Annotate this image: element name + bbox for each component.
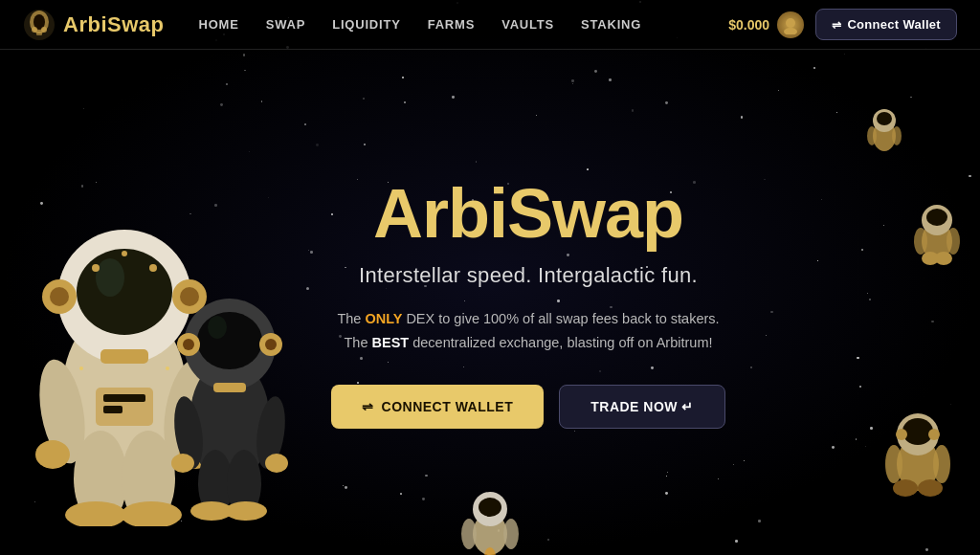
hero-trade-now-button[interactable]: TRADE NOW ↵ <box>559 385 725 429</box>
svg-rect-26 <box>103 406 122 413</box>
avatar-icon <box>781 15 800 34</box>
svg-point-53 <box>867 126 877 145</box>
svg-point-73 <box>479 498 501 517</box>
svg-point-10 <box>77 249 172 335</box>
hero-subtitle: Interstellar speed. Intergalactic fun. <box>331 263 725 288</box>
svg-point-44 <box>171 454 194 473</box>
nav-link-staking[interactable]: STAKING <box>581 17 641 32</box>
svg-point-65 <box>896 429 907 440</box>
svg-point-61 <box>935 252 952 265</box>
svg-point-6 <box>786 18 795 28</box>
svg-point-69 <box>893 479 918 497</box>
connect-wallet-label: Connect Wallet <box>847 17 941 32</box>
desc-highlight-best: BEST <box>372 335 410 350</box>
navbar: ArbiSwap HOME SWAP LIQUIDITY FARMS VAULT… <box>0 0 980 50</box>
svg-point-59 <box>947 228 960 255</box>
nav-link-swap[interactable]: SWAP <box>266 17 305 32</box>
logo-icon <box>23 9 56 41</box>
nav-balance: $0.000 <box>728 11 804 38</box>
svg-point-14 <box>122 251 127 256</box>
svg-point-22 <box>35 440 70 469</box>
nav-logo[interactable]: ArbiSwap <box>23 9 164 41</box>
brand-name: ArbiSwap <box>63 12 164 37</box>
connect-wallet-main-label: CONNECT WALLET <box>382 399 514 414</box>
hero-desc-line1: The ONLY DEX to give 100% of all swap fe… <box>331 307 725 331</box>
svg-point-7 <box>784 28 797 34</box>
desc-highlight-only: ONLY <box>365 311 402 326</box>
svg-point-11 <box>96 258 124 297</box>
nav-right: $0.000 ⇌ Connect Wallet <box>728 9 957 40</box>
nav-links: HOME SWAP LIQUIDITY FARMS VAULTS STAKING <box>198 17 728 32</box>
balance-amount: $0.000 <box>728 17 769 33</box>
svg-point-45 <box>265 454 288 473</box>
float-astronaut-mid-right <box>913 203 961 270</box>
hero-connect-wallet-button[interactable]: ⇌ CONNECT WALLET <box>331 385 544 429</box>
svg-point-68 <box>933 445 950 483</box>
svg-point-52 <box>877 112 892 125</box>
astronauts-left <box>19 96 345 555</box>
svg-point-67 <box>885 445 902 483</box>
svg-point-36 <box>208 316 227 339</box>
svg-rect-5 <box>36 32 42 35</box>
hero-buttons: ⇌ CONNECT WALLET TRADE NOW ↵ <box>331 385 725 429</box>
nav-link-liquidity[interactable]: LIQUIDITY <box>332 17 400 32</box>
hero-desc-line2: The BEST decentralized exchange, blastin… <box>331 331 725 355</box>
svg-point-3 <box>32 27 37 33</box>
svg-point-35 <box>197 312 262 369</box>
svg-point-58 <box>914 228 927 255</box>
desc-suffix-1: DEX to give 100% of all swap fees back t… <box>402 311 719 326</box>
svg-point-38 <box>183 339 194 350</box>
hero-title: ArbiSwap <box>331 176 725 252</box>
svg-point-31 <box>79 366 83 370</box>
nav-link-farms[interactable]: FARMS <box>428 17 476 32</box>
float-astronaut-top-right <box>865 107 903 160</box>
desc-prefix-2: The <box>344 335 371 350</box>
svg-point-57 <box>926 209 947 226</box>
svg-point-49 <box>225 501 267 521</box>
svg-point-40 <box>265 339 277 350</box>
connect-wallet-button[interactable]: ⇌ Connect Wallet <box>815 9 957 40</box>
hero-section: ArbiSwap Interstellar speed. Intergalact… <box>0 50 980 555</box>
hero-description: The ONLY DEX to give 100% of all swap fe… <box>331 307 725 354</box>
astronaut-small <box>167 268 292 526</box>
svg-point-75 <box>503 519 519 549</box>
hero-content: ArbiSwap Interstellar speed. Intergalact… <box>331 176 725 429</box>
float-astronaut-bottom-right <box>884 411 951 498</box>
float-astronaut-bottom-center <box>461 488 519 555</box>
nav-link-home[interactable]: HOME <box>198 17 238 32</box>
user-avatar[interactable] <box>777 11 804 38</box>
connect-icon: ⇌ <box>832 18 841 32</box>
svg-point-12 <box>92 264 100 272</box>
svg-point-17 <box>50 287 69 306</box>
svg-point-4 <box>41 27 47 33</box>
svg-point-70 <box>918 479 943 497</box>
svg-point-54 <box>892 126 902 145</box>
svg-point-64 <box>902 418 933 445</box>
svg-point-13 <box>149 264 157 272</box>
svg-rect-41 <box>213 383 246 392</box>
svg-rect-25 <box>103 394 145 402</box>
svg-point-66 <box>928 429 940 440</box>
astronaut-small-svg <box>167 268 292 526</box>
svg-rect-15 <box>100 349 148 364</box>
svg-point-74 <box>461 519 477 549</box>
connect-icon-main: ⇌ <box>362 399 374 414</box>
nav-link-vaults[interactable]: VAULTS <box>501 17 554 32</box>
trade-now-label: TRADE NOW ↵ <box>590 399 694 414</box>
desc-suffix-2: decentralized exchange, blasting off on … <box>409 335 712 350</box>
